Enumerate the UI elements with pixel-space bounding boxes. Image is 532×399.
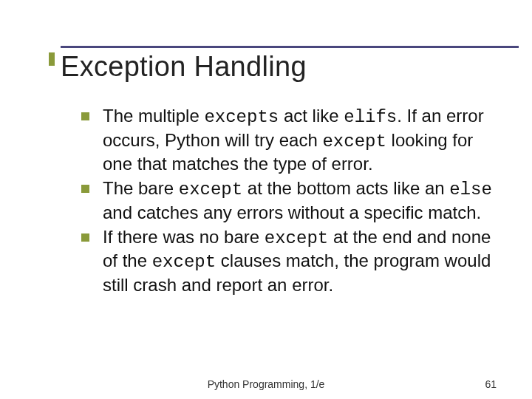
bullet-icon xyxy=(81,112,89,120)
bullet-text-3: If there was no bare except at the end a… xyxy=(103,226,505,297)
slide: Exception Handling The multiple excepts … xyxy=(0,0,532,399)
footer-source: Python Programming, 1/e xyxy=(208,378,325,390)
list-item: The multiple excepts act like elifs. If … xyxy=(81,105,505,176)
title-accent xyxy=(49,52,55,66)
bullet-icon xyxy=(81,233,89,242)
slide-body: The multiple excepts act like elifs. If … xyxy=(0,83,532,297)
title-rule xyxy=(61,46,519,48)
slide-title: Exception Handling xyxy=(61,51,532,83)
title-area: Exception Handling xyxy=(0,0,532,83)
bullet-text-1: The multiple excepts act like elifs. If … xyxy=(103,105,505,176)
bullet-icon xyxy=(81,185,89,193)
list-item: If there was no bare except at the end a… xyxy=(81,226,505,297)
list-item: The bare except at the bottom acts like … xyxy=(81,177,505,224)
bullet-text-2: The bare except at the bottom acts like … xyxy=(103,177,505,224)
footer-page-number: 61 xyxy=(485,378,497,390)
